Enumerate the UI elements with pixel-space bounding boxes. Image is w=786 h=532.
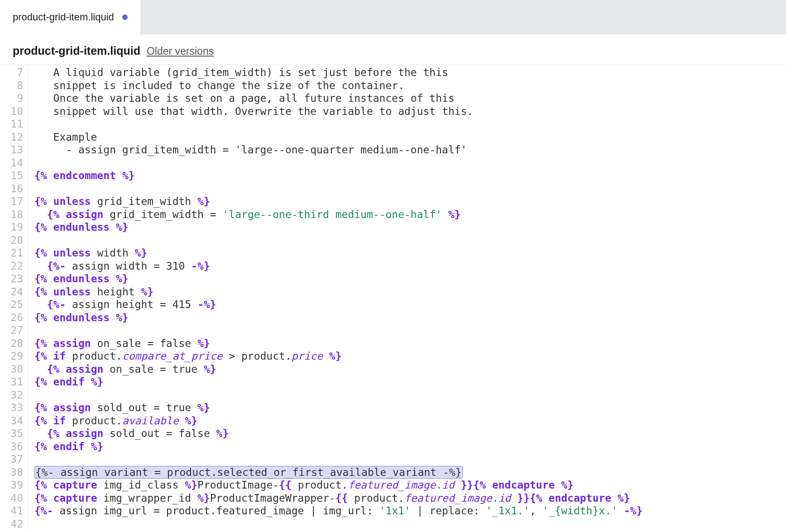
file-header: product-grid-item.liquid Older versions [0,34,786,65]
code-line[interactable] [34,157,642,170]
file-title: product-grid-item.liquid [13,44,140,57]
code-line[interactable]: {% endif %} [34,440,642,453]
code-line[interactable]: {% if product.compare_at_price > product… [34,350,642,363]
code-content[interactable]: A liquid variable (grid_item_width) is s… [28,65,642,530]
line-number: 8 [0,79,23,92]
code-line[interactable]: {% assign sold_out = false %} [34,427,642,440]
line-number: 7 [0,66,23,79]
line-number: 19 [0,221,23,234]
code-line[interactable]: {% endunless %} [34,311,642,324]
code-line[interactable]: {% if product.available %} [34,414,642,428]
file-tab[interactable]: product-grid-item.liquid [0,0,140,34]
code-line[interactable]: {% unless height %} [34,285,642,299]
code-line[interactable]: A liquid variable (grid_item_width) is s… [34,66,642,79]
code-line[interactable] [34,182,642,195]
line-number: 30 [0,363,23,376]
unsaved-indicator-icon [122,14,128,20]
line-number: 37 [0,453,23,466]
code-line[interactable]: {%- assign height = 415 -%} [34,298,642,311]
code-line[interactable] [34,118,642,131]
code-editor[interactable]: 7891011121314151617181920212223242526272… [0,65,786,530]
code-line[interactable]: {%- assign img_url = product.featured_im… [34,504,642,518]
line-number: 21 [0,247,23,260]
code-line[interactable]: snippet is included to change the size o… [34,79,642,92]
code-line[interactable]: {%- assign variant = product.selected_or… [34,466,642,479]
code-line[interactable]: {% endif %} [34,375,642,389]
line-number: 15 [0,169,23,182]
code-line[interactable]: {% assign on_sale = true %} [34,363,642,376]
code-line[interactable] [34,234,642,247]
code-line[interactable]: snippet will use that width. Overwrite t… [34,105,642,118]
code-line[interactable]: {% unless width %} [34,247,642,260]
line-number: 13 [0,143,23,157]
line-number: 39 [0,479,23,492]
tab-bar: product-grid-item.liquid [0,0,786,34]
code-line[interactable] [34,324,642,337]
line-number: 16 [0,182,23,195]
line-number: 23 [0,272,23,285]
line-number: 27 [0,324,23,337]
line-number: 32 [0,389,23,402]
line-number: 20 [0,234,23,247]
code-line[interactable]: Example [34,131,642,144]
line-number: 35 [0,427,23,440]
older-versions-link[interactable]: Older versions [147,45,214,57]
code-line[interactable]: {%- assign width = 310 -%} [34,260,642,273]
line-number: 36 [0,440,23,453]
code-line[interactable]: {% endcomment %} [34,169,642,182]
code-line[interactable] [34,389,642,402]
tab-label: product-grid-item.liquid [13,11,114,23]
line-number: 38 [0,466,23,479]
code-line[interactable]: - assign grid_item_width = 'large--one-q… [34,143,642,157]
code-line[interactable] [34,518,642,531]
line-number: 10 [0,105,23,118]
code-line[interactable] [34,453,642,466]
line-number: 22 [0,260,23,273]
line-number: 41 [0,504,23,518]
line-number-gutter: 7891011121314151617181920212223242526272… [0,65,28,530]
line-number: 11 [0,118,23,131]
line-number: 42 [0,518,23,531]
line-number: 9 [0,92,23,105]
line-number: 12 [0,131,23,144]
code-line[interactable]: Once the variable is set on a page, all … [34,92,642,105]
line-number: 18 [0,208,23,221]
line-number: 25 [0,298,23,311]
line-number: 33 [0,401,23,414]
line-number: 24 [0,285,23,299]
code-line[interactable]: {% capture img_wrapper_id %}ProductImage… [34,492,642,505]
code-line[interactable]: {% capture img_id_class %}ProductImage-{… [34,479,642,492]
line-number: 26 [0,311,23,324]
line-number: 40 [0,492,23,505]
code-line[interactable]: {% endunless %} [34,221,642,234]
line-number: 31 [0,375,23,389]
code-line[interactable]: {% assign grid_item_width = 'large--one-… [34,208,642,221]
code-line[interactable]: {% assign sold_out = true %} [34,401,642,414]
line-number: 34 [0,414,23,428]
code-line[interactable]: {% assign on_sale = false %} [34,337,642,350]
code-line[interactable]: {% unless grid_item_width %} [34,195,642,208]
line-number: 17 [0,195,23,208]
code-line[interactable]: {% endunless %} [34,272,642,285]
line-number: 14 [0,157,23,170]
line-number: 29 [0,350,23,363]
line-number: 28 [0,337,23,350]
